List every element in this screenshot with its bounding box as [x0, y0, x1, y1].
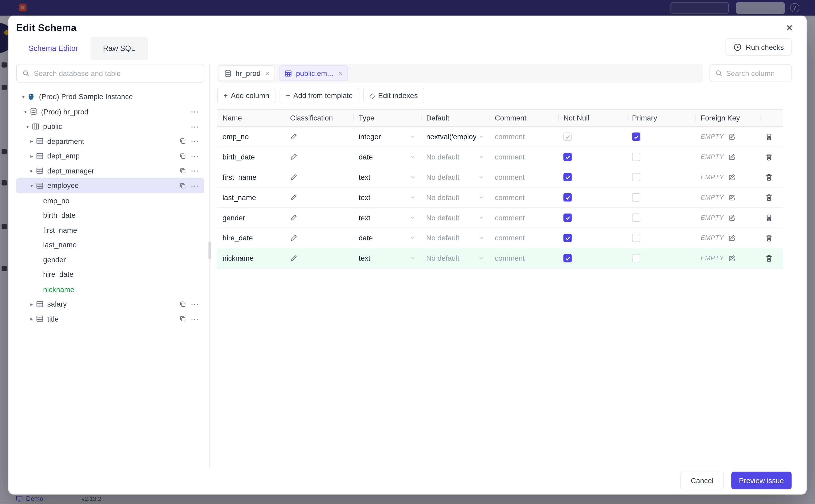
more-actions-icon[interactable]: ⋯ [191, 167, 199, 175]
splitter-handle[interactable] [208, 241, 211, 259]
caret-right-icon[interactable]: ▸ [27, 316, 36, 322]
tree-item-employee[interactable]: ▾employee⋯ [16, 178, 204, 193]
tree-item-prod-hr-prod[interactable]: ▾(Prod) hr_prod⋯ [16, 104, 204, 119]
toolbar-add-column-button[interactable]: +Add column [217, 88, 276, 103]
edit-foreign-key-button[interactable] [728, 194, 735, 201]
database-search-input[interactable] [34, 69, 198, 77]
type-select[interactable]: date [359, 153, 416, 161]
tree-item-first-name[interactable]: first_name [16, 222, 204, 237]
primary-checkbox[interactable] [632, 133, 640, 141]
tree-item-title[interactable]: ▸title⋯ [16, 311, 204, 326]
edit-classification-button[interactable] [290, 255, 297, 262]
column-search-input[interactable] [726, 69, 786, 77]
default-select[interactable]: No default [426, 234, 485, 242]
not-null-checkbox[interactable] [563, 254, 572, 263]
comment-input[interactable] [495, 133, 553, 141]
type-select[interactable]: date [359, 234, 416, 242]
tree-item-nickname[interactable]: nickname [16, 282, 204, 297]
more-actions-icon[interactable]: ⋯ [191, 300, 199, 308]
toolbar-edit-indexes-button[interactable]: ◇Edit indexes [363, 88, 424, 103]
close-tab-icon[interactable]: ✕ [338, 70, 342, 76]
default-select[interactable]: No default [426, 173, 485, 181]
close-tab-icon[interactable]: ✕ [265, 70, 270, 76]
caret-right-icon[interactable]: ▸ [27, 168, 36, 174]
delete-column-button[interactable] [765, 234, 773, 242]
primary-checkbox[interactable] [632, 214, 640, 222]
caret-right-icon[interactable]: ▸ [27, 138, 36, 144]
edit-classification-button[interactable] [290, 153, 297, 161]
editor-tab-hr-prod[interactable]: hr_prod✕ [219, 65, 275, 81]
copy-icon[interactable] [179, 153, 186, 159]
editor-tab-public-em[interactable]: public.em...✕ [279, 65, 348, 81]
default-select[interactable]: No default [426, 254, 485, 263]
preview-issue-button[interactable]: Preview issue [731, 472, 792, 489]
edit-foreign-key-button[interactable] [728, 234, 735, 242]
comment-input[interactable] [495, 153, 553, 161]
default-select[interactable]: No default [426, 193, 485, 202]
caret-down-icon[interactable]: ▾ [21, 109, 30, 114]
edit-classification-button[interactable] [290, 194, 297, 201]
comment-input[interactable] [495, 173, 553, 181]
primary-checkbox[interactable] [632, 173, 640, 181]
cancel-button[interactable]: Cancel [681, 472, 724, 489]
primary-checkbox[interactable] [632, 153, 640, 161]
copy-icon[interactable] [179, 182, 186, 189]
tree-item-emp-no[interactable]: emp_no [16, 193, 204, 208]
primary-checkbox[interactable] [632, 193, 640, 202]
copy-icon[interactable] [179, 167, 186, 174]
more-actions-icon[interactable]: ⋯ [191, 152, 199, 160]
copy-icon[interactable] [179, 301, 186, 308]
caret-down-icon[interactable]: ▾ [23, 124, 32, 129]
tree-item-hire-date[interactable]: hire_date [16, 267, 204, 282]
comment-input[interactable] [495, 234, 553, 242]
tree-item-dept-manager[interactable]: ▸dept_manager⋯ [16, 163, 204, 178]
comment-input[interactable] [495, 193, 553, 202]
close-icon[interactable]: ✕ [786, 24, 793, 33]
edit-classification-button[interactable] [290, 234, 297, 242]
not-null-checkbox[interactable] [563, 153, 572, 161]
edit-foreign-key-button[interactable] [728, 173, 735, 181]
edit-classification-button[interactable] [290, 173, 297, 181]
run-checks-button[interactable]: Run checks [726, 38, 792, 56]
edit-classification-button[interactable] [290, 214, 297, 221]
default-select[interactable]: No default [426, 214, 485, 222]
more-actions-icon[interactable]: ⋯ [191, 123, 199, 130]
not-null-checkbox[interactable] [563, 173, 572, 181]
caret-right-icon[interactable]: ▸ [27, 153, 36, 159]
tree-item-salary[interactable]: ▸salary⋯ [16, 297, 204, 311]
copy-icon[interactable] [179, 316, 186, 322]
toolbar-add-from-template-button[interactable]: +Add from template [279, 88, 359, 103]
not-null-checkbox[interactable] [563, 234, 572, 242]
tree-item-last-name[interactable]: last_name [16, 238, 204, 252]
tree-item-public[interactable]: ▾public⋯ [16, 119, 204, 134]
edit-foreign-key-button[interactable] [728, 153, 735, 161]
edit-classification-button[interactable] [290, 133, 297, 140]
primary-checkbox[interactable] [632, 234, 640, 242]
type-select[interactable]: text [359, 193, 416, 202]
caret-right-icon[interactable]: ▸ [27, 301, 36, 307]
more-actions-icon[interactable]: ⋯ [191, 137, 199, 145]
copy-icon[interactable] [179, 138, 186, 145]
tab-schema-editor[interactable]: Schema Editor [16, 37, 90, 60]
not-null-checkbox[interactable] [563, 214, 572, 222]
more-actions-icon[interactable]: ⋯ [191, 315, 199, 323]
tree-item-prod-prod-sample-instance[interactable]: ▾(Prod) Prod Sample Instance [16, 89, 204, 104]
delete-column-button[interactable] [765, 133, 773, 141]
more-actions-icon[interactable]: ⋯ [191, 182, 199, 190]
tab-raw-sql[interactable]: Raw SQL [90, 37, 148, 60]
delete-column-button[interactable] [765, 254, 773, 262]
edit-foreign-key-button[interactable] [728, 133, 735, 140]
caret-down-icon[interactable]: ▾ [27, 183, 36, 188]
comment-input[interactable] [495, 254, 553, 263]
delete-column-button[interactable] [765, 173, 773, 181]
type-select[interactable]: text [359, 214, 416, 222]
type-select[interactable]: text [359, 254, 416, 263]
type-select[interactable]: integer [359, 133, 416, 141]
tree-item-birth-date[interactable]: birth_date [16, 208, 204, 222]
edit-foreign-key-button[interactable] [728, 214, 735, 221]
delete-column-button[interactable] [765, 193, 773, 201]
caret-down-icon[interactable]: ▾ [19, 94, 28, 100]
tree-item-department[interactable]: ▸department⋯ [16, 134, 204, 148]
type-select[interactable]: text [359, 173, 416, 181]
tree-item-gender[interactable]: gender [16, 252, 204, 267]
